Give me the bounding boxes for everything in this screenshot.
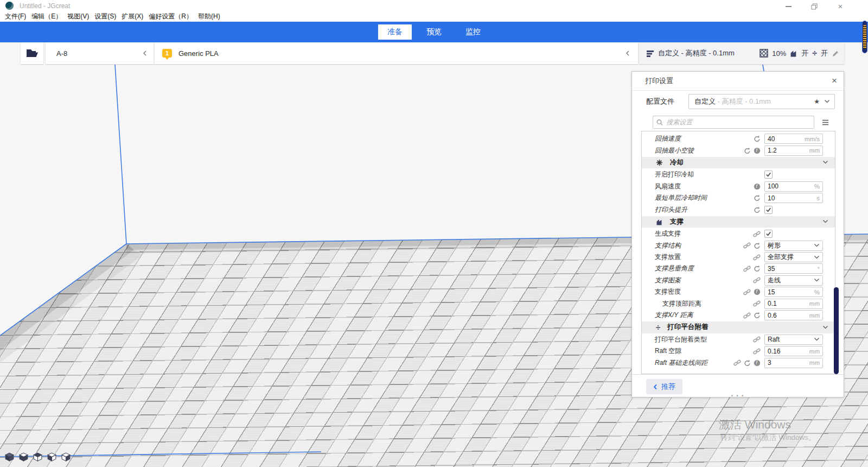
- menu-item[interactable]: 帮助(H): [195, 12, 223, 21]
- restore-button[interactable]: [806, 2, 822, 11]
- setting-checkbox[interactable]: [764, 230, 773, 238]
- undo-icon[interactable]: [754, 194, 761, 201]
- setting-input[interactable]: 0.16mm: [764, 346, 823, 356]
- setting-input[interactable]: 15%: [764, 287, 823, 297]
- printer-name: A-8: [56, 49, 67, 58]
- undo-icon[interactable]: [754, 242, 761, 249]
- setting-row: Raft 空隙0.16mm: [642, 345, 835, 357]
- link-icon[interactable]: [753, 336, 761, 343]
- close-panel-icon[interactable]: ×: [832, 77, 837, 85]
- setting-label: 支撑悬垂角度: [655, 264, 694, 273]
- print-settings-summary[interactable]: 自定义 - 高精度 - 0.1mm 10% 开 ÷ 开: [639, 42, 844, 64]
- material-selector[interactable]: 1 Generic PLA: [154, 42, 638, 64]
- link-icon[interactable]: [743, 289, 751, 295]
- link-icon[interactable]: [733, 359, 741, 366]
- layers-icon: [646, 50, 654, 57]
- setting-input[interactable]: 10s: [764, 193, 823, 203]
- function-icon[interactable]: f: [754, 359, 761, 367]
- view-left-icon[interactable]: [47, 452, 57, 462]
- link-icon[interactable]: [753, 277, 761, 283]
- undo-icon[interactable]: [744, 359, 751, 367]
- support-icon: [790, 49, 797, 57]
- view-3d-icon[interactable]: [4, 452, 15, 462]
- minimize-button[interactable]: [780, 2, 796, 11]
- profile-value: 自定义: [694, 97, 716, 106]
- section-header-row[interactable]: 冷却: [642, 157, 835, 168]
- undo-icon[interactable]: [754, 206, 761, 213]
- print-settings-panel: 打印设置 × 配置文件 自定义 - 高精度 - 0.1mm ★: [631, 71, 844, 397]
- edit-pencil-icon[interactable]: [832, 50, 839, 57]
- setting-label: 风扇速度: [655, 182, 681, 191]
- recommended-label: 推荐: [661, 382, 675, 392]
- setting-input[interactable]: 35°: [764, 263, 823, 274]
- undo-icon[interactable]: [754, 135, 761, 142]
- star-icon[interactable]: ★: [814, 98, 820, 105]
- section-header-row[interactable]: ÷打印平台附着: [642, 321, 835, 333]
- setting-input[interactable]: 40mm/s: [764, 134, 823, 144]
- link-icon[interactable]: [753, 254, 761, 261]
- stage-tab-preview[interactable]: 预览: [417, 24, 451, 40]
- setting-checkbox[interactable]: [764, 171, 773, 179]
- link-icon[interactable]: [743, 312, 751, 319]
- setting-value: 0.16: [768, 348, 780, 355]
- menu-item[interactable]: 扩展(X): [119, 12, 146, 21]
- chevron-left-icon: [625, 50, 630, 56]
- function-icon[interactable]: f: [754, 147, 761, 154]
- panel-footer: 推荐: [632, 374, 844, 394]
- setting-input[interactable]: 1.2mm: [764, 146, 823, 156]
- view-top-icon[interactable]: [33, 452, 43, 462]
- link-icon[interactable]: [753, 348, 761, 355]
- undo-icon[interactable]: [744, 147, 751, 154]
- setting-select[interactable]: 走线: [764, 275, 823, 286]
- menu-item[interactable]: 偏好设置（R）: [146, 12, 195, 21]
- section-label: 支撑: [670, 217, 684, 226]
- link-icon[interactable]: [753, 231, 761, 237]
- setting-value: 1.2: [768, 147, 777, 154]
- search-box[interactable]: [653, 116, 814, 129]
- settings-visibility-menu-icon[interactable]: [822, 119, 829, 125]
- setting-input[interactable]: 3mm: [764, 358, 823, 368]
- link-icon[interactable]: [743, 266, 751, 272]
- function-icon[interactable]: f: [754, 288, 761, 295]
- setting-value: 35: [768, 265, 775, 273]
- section-header-row[interactable]: 支撑: [642, 216, 835, 228]
- setting-select[interactable]: Raft: [764, 335, 823, 345]
- extruder-badge: 1: [162, 49, 172, 58]
- printer-selector[interactable]: A-8: [46, 42, 154, 64]
- link-icon[interactable]: [743, 242, 751, 249]
- stage-tabs: 准备预览监控: [0, 24, 868, 40]
- setting-row: 开启打印冷却: [642, 169, 835, 180]
- setting-select[interactable]: 全部支撑: [764, 252, 823, 262]
- undo-icon[interactable]: [754, 265, 761, 272]
- setting-row: Raft 基础走线间距f3mm: [642, 357, 835, 368]
- recommended-mode-button[interactable]: 推荐: [646, 379, 682, 394]
- open-file-button[interactable]: [21, 42, 43, 64]
- summary-profile: 自定义 - 高精度 - 0.1mm: [658, 48, 735, 58]
- menu-item[interactable]: 视图(V): [65, 12, 92, 21]
- setting-checkbox[interactable]: [764, 206, 773, 214]
- chevron-down-icon: [814, 243, 820, 248]
- view-right-icon[interactable]: [61, 452, 71, 462]
- menu-item[interactable]: 文件(F): [2, 12, 29, 21]
- function-icon[interactable]: f: [754, 183, 761, 190]
- stage-tab-prepare[interactable]: 准备: [378, 24, 412, 40]
- setting-input[interactable]: 0.1mm: [764, 299, 823, 309]
- setting-input[interactable]: 100%: [764, 181, 823, 192]
- menu-item[interactable]: 编辑（E）: [29, 12, 65, 21]
- view-front-icon[interactable]: [18, 452, 29, 462]
- setting-value: 0.1: [768, 300, 777, 307]
- setting-select[interactable]: 树形: [764, 241, 823, 251]
- link-icon[interactable]: [753, 300, 761, 307]
- search-input[interactable]: [666, 118, 810, 126]
- profile-dropdown[interactable]: 自定义 - 高精度 - 0.1mm ★: [688, 94, 835, 109]
- stage-tab-monitor[interactable]: 监控: [456, 24, 490, 40]
- scrollbar-thumb[interactable]: [834, 287, 839, 374]
- menu-item[interactable]: 设置(S): [92, 12, 119, 21]
- panel-resize-handle[interactable]: • • •: [632, 394, 844, 397]
- setting-input[interactable]: 0.6mm: [764, 310, 823, 320]
- setting-unit: %: [814, 183, 820, 190]
- filament-indicator: [862, 21, 867, 53]
- setting-unit: mm/s: [805, 136, 820, 142]
- close-window-button[interactable]: ×: [832, 2, 848, 11]
- undo-icon[interactable]: [754, 312, 761, 319]
